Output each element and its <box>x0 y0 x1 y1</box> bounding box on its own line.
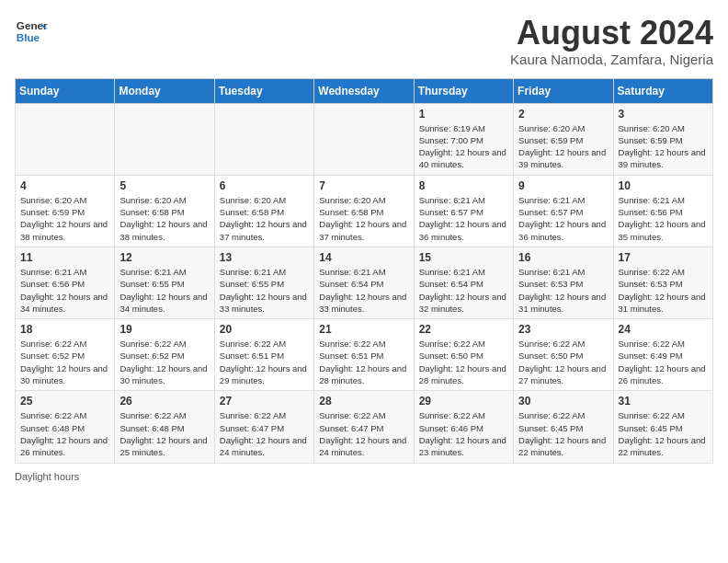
day-info: Sunrise: 6:20 AM Sunset: 6:59 PM Dayligh… <box>619 122 708 171</box>
day-number: 25 <box>20 395 109 408</box>
svg-text:Blue: Blue <box>17 31 40 43</box>
calendar-table: SundayMondayTuesdayWednesdayThursdayFrid… <box>15 78 713 464</box>
calendar-header-thursday: Thursday <box>414 78 513 103</box>
calendar-cell: 20Sunrise: 6:22 AM Sunset: 6:51 PM Dayli… <box>214 319 313 391</box>
day-number: 18 <box>20 323 109 336</box>
calendar-cell: 10Sunrise: 6:21 AM Sunset: 6:56 PM Dayli… <box>613 175 712 247</box>
calendar-cell: 25Sunrise: 6:22 AM Sunset: 6:48 PM Dayli… <box>16 391 115 463</box>
day-number: 14 <box>319 251 408 264</box>
day-number: 23 <box>518 323 608 336</box>
day-number: 6 <box>220 179 309 192</box>
day-info: Sunrise: 6:21 AM Sunset: 6:54 PM Dayligh… <box>419 266 508 315</box>
calendar-cell: 29Sunrise: 6:22 AM Sunset: 6:46 PM Dayli… <box>414 391 513 463</box>
calendar-header-saturday: Saturday <box>613 78 712 103</box>
calendar-cell: 26Sunrise: 6:22 AM Sunset: 6:48 PM Dayli… <box>115 391 214 463</box>
day-number: 20 <box>220 323 309 336</box>
day-info: Sunrise: 6:22 AM Sunset: 6:51 PM Dayligh… <box>220 338 309 386</box>
title-block: August 2024 Kaura Namoda, Zamfara, Niger… <box>510 15 713 67</box>
calendar-cell: 16Sunrise: 6:21 AM Sunset: 6:53 PM Dayli… <box>514 247 613 318</box>
day-number: 21 <box>319 323 408 336</box>
day-info: Sunrise: 6:21 AM Sunset: 6:55 PM Dayligh… <box>220 266 309 315</box>
calendar-cell: 2Sunrise: 6:20 AM Sunset: 6:59 PM Daylig… <box>514 103 613 175</box>
day-info: Sunrise: 6:22 AM Sunset: 6:52 PM Dayligh… <box>119 338 209 386</box>
day-info: Sunrise: 6:20 AM Sunset: 6:59 PM Dayligh… <box>20 194 109 243</box>
day-info: Sunrise: 6:22 AM Sunset: 6:47 PM Dayligh… <box>220 409 309 458</box>
day-number: 3 <box>619 108 708 121</box>
day-info: Sunrise: 6:22 AM Sunset: 6:46 PM Dayligh… <box>419 409 508 458</box>
day-number: 12 <box>119 251 209 264</box>
calendar-cell: 6Sunrise: 6:20 AM Sunset: 6:58 PM Daylig… <box>214 175 313 247</box>
calendar-cell: 1Sunrise: 6:19 AM Sunset: 7:00 PM Daylig… <box>414 103 513 175</box>
day-info: Sunrise: 6:20 AM Sunset: 6:58 PM Dayligh… <box>119 194 209 243</box>
day-number: 17 <box>619 251 708 264</box>
calendar-cell: 31Sunrise: 6:22 AM Sunset: 6:45 PM Dayli… <box>613 391 712 463</box>
calendar-cell: 7Sunrise: 6:20 AM Sunset: 6:58 PM Daylig… <box>314 175 414 247</box>
day-info: Sunrise: 6:20 AM Sunset: 6:59 PM Dayligh… <box>518 122 608 171</box>
calendar-cell: 15Sunrise: 6:21 AM Sunset: 6:54 PM Dayli… <box>414 247 513 318</box>
calendar-cell: 8Sunrise: 6:21 AM Sunset: 6:57 PM Daylig… <box>414 175 513 247</box>
day-info: Sunrise: 6:21 AM Sunset: 6:54 PM Dayligh… <box>319 266 408 315</box>
day-number: 11 <box>20 251 109 264</box>
calendar-cell: 24Sunrise: 6:22 AM Sunset: 6:49 PM Dayli… <box>613 319 712 391</box>
calendar-cell: 4Sunrise: 6:20 AM Sunset: 6:59 PM Daylig… <box>16 175 115 247</box>
calendar-cell: 11Sunrise: 6:21 AM Sunset: 6:56 PM Dayli… <box>16 247 115 318</box>
day-info: Sunrise: 6:22 AM Sunset: 6:45 PM Dayligh… <box>518 409 608 458</box>
calendar-cell: 30Sunrise: 6:22 AM Sunset: 6:45 PM Dayli… <box>514 391 613 463</box>
day-info: Sunrise: 6:19 AM Sunset: 7:00 PM Dayligh… <box>419 122 508 171</box>
day-number: 5 <box>119 179 209 192</box>
day-number: 8 <box>419 179 508 192</box>
day-number: 19 <box>119 323 209 336</box>
day-number: 31 <box>619 395 708 408</box>
calendar-cell: 9Sunrise: 6:21 AM Sunset: 6:57 PM Daylig… <box>514 175 613 247</box>
calendar-cell: 5Sunrise: 6:20 AM Sunset: 6:58 PM Daylig… <box>115 175 214 247</box>
calendar-cell: 14Sunrise: 6:21 AM Sunset: 6:54 PM Dayli… <box>314 247 414 318</box>
day-number: 2 <box>518 108 608 121</box>
day-number: 24 <box>619 323 708 336</box>
logo: General Blue <box>15 15 48 48</box>
day-info: Sunrise: 6:22 AM Sunset: 6:50 PM Dayligh… <box>419 338 508 386</box>
day-number: 13 <box>220 251 309 264</box>
day-number: 30 <box>518 395 608 408</box>
day-number: 9 <box>518 179 608 192</box>
calendar-header-sunday: Sunday <box>16 78 115 103</box>
day-number: 28 <box>319 395 408 408</box>
calendar-cell: 21Sunrise: 6:22 AM Sunset: 6:51 PM Dayli… <box>314 319 414 391</box>
daylight-label: Daylight hours <box>15 471 79 482</box>
day-number: 10 <box>619 179 708 192</box>
day-number: 1 <box>419 108 508 121</box>
day-info: Sunrise: 6:21 AM Sunset: 6:57 PM Dayligh… <box>419 194 508 243</box>
day-info: Sunrise: 6:22 AM Sunset: 6:45 PM Dayligh… <box>619 409 708 458</box>
day-info: Sunrise: 6:22 AM Sunset: 6:51 PM Dayligh… <box>319 338 408 386</box>
footer: Daylight hours <box>15 471 713 482</box>
day-number: 16 <box>518 251 608 264</box>
day-info: Sunrise: 6:22 AM Sunset: 6:48 PM Dayligh… <box>20 409 109 458</box>
calendar-header-monday: Monday <box>115 78 214 103</box>
calendar-cell: 13Sunrise: 6:21 AM Sunset: 6:55 PM Dayli… <box>214 247 313 318</box>
calendar-cell: 3Sunrise: 6:20 AM Sunset: 6:59 PM Daylig… <box>613 103 712 175</box>
day-info: Sunrise: 6:22 AM Sunset: 6:50 PM Dayligh… <box>518 338 608 386</box>
calendar-cell: 18Sunrise: 6:22 AM Sunset: 6:52 PM Dayli… <box>16 319 115 391</box>
day-info: Sunrise: 6:22 AM Sunset: 6:48 PM Dayligh… <box>119 409 209 458</box>
calendar-cell <box>314 103 414 175</box>
day-info: Sunrise: 6:21 AM Sunset: 6:55 PM Dayligh… <box>119 266 209 315</box>
calendar-cell: 23Sunrise: 6:22 AM Sunset: 6:50 PM Dayli… <box>514 319 613 391</box>
main-title: August 2024 <box>510 15 713 52</box>
calendar-cell <box>214 103 313 175</box>
calendar-cell: 17Sunrise: 6:22 AM Sunset: 6:53 PM Dayli… <box>613 247 712 318</box>
calendar-cell: 27Sunrise: 6:22 AM Sunset: 6:47 PM Dayli… <box>214 391 313 463</box>
calendar-cell: 22Sunrise: 6:22 AM Sunset: 6:50 PM Dayli… <box>414 319 513 391</box>
day-info: Sunrise: 6:21 AM Sunset: 6:56 PM Dayligh… <box>20 266 109 315</box>
day-info: Sunrise: 6:22 AM Sunset: 6:47 PM Dayligh… <box>319 409 408 458</box>
calendar-cell <box>115 103 214 175</box>
day-info: Sunrise: 6:22 AM Sunset: 6:53 PM Dayligh… <box>619 266 708 315</box>
calendar-header-wednesday: Wednesday <box>314 78 414 103</box>
page-header: General Blue August 2024 Kaura Namoda, Z… <box>15 15 713 67</box>
logo-icon: General Blue <box>15 15 48 48</box>
day-info: Sunrise: 6:22 AM Sunset: 6:52 PM Dayligh… <box>20 338 109 386</box>
day-number: 15 <box>419 251 508 264</box>
day-number: 7 <box>319 179 408 192</box>
subtitle: Kaura Namoda, Zamfara, Nigeria <box>510 52 713 67</box>
day-info: Sunrise: 6:20 AM Sunset: 6:58 PM Dayligh… <box>220 194 309 243</box>
day-info: Sunrise: 6:22 AM Sunset: 6:49 PM Dayligh… <box>619 338 708 386</box>
day-number: 26 <box>119 395 209 408</box>
